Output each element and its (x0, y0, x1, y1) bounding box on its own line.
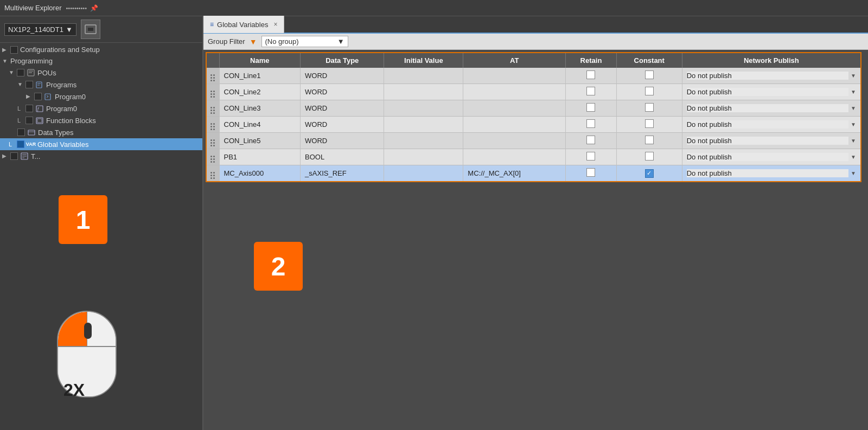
cell-initial-value[interactable] (384, 133, 463, 149)
sidebar-item-pous[interactable]: ▼ POUs (0, 67, 202, 79)
retain-checkbox[interactable] (586, 119, 595, 128)
sidebar-item-configs[interactable]: ▶ Configurations and Setup (0, 44, 202, 55)
table-row: CON_Line1 WORD Do not publish▼ (206, 68, 861, 84)
pin-icon[interactable]: 📌 (90, 4, 98, 12)
row-handle[interactable] (206, 84, 219, 100)
row-handle[interactable] (206, 165, 219, 182)
tree-checkbox[interactable] (10, 152, 18, 160)
constant-checkbox[interactable] (645, 136, 654, 144)
sidebar-item-global-variables[interactable]: L VAR Global Variables (0, 138, 202, 150)
retain-checkbox[interactable] (586, 152, 595, 161)
cell-retain[interactable] (566, 117, 617, 133)
cell-at[interactable] (463, 117, 566, 133)
publish-dropdown[interactable]: Do not publish (687, 153, 848, 161)
table-wrapper: Name Data Type Initial Value AT Retain C… (203, 50, 868, 430)
group-filter-dropdown[interactable]: (No group) ▼ (261, 36, 348, 47)
tab-global-variables[interactable]: ≡ Global Variables × (203, 16, 284, 33)
cell-constant[interactable] (616, 100, 682, 117)
mouse-buttons (58, 312, 116, 347)
tab-close-button[interactable]: × (273, 21, 277, 28)
row-handle[interactable] (206, 117, 219, 133)
cell-network-publish[interactable]: Do not publish▼ (682, 68, 861, 84)
constant-checkbox[interactable] (645, 87, 654, 95)
mouse-click-label: 2X (63, 380, 85, 400)
sidebar-item-programs[interactable]: ▼ Programs (0, 79, 202, 91)
functions-icon: ƒ (35, 104, 44, 113)
cell-name: CON_Line3 (219, 100, 301, 117)
cell-network-publish[interactable]: Do not publish▼ (682, 149, 861, 165)
tree-checkbox[interactable] (17, 140, 24, 148)
publish-dropdown[interactable]: Do not publish (687, 120, 848, 129)
cell-constant[interactable] (616, 133, 682, 149)
tree-checkbox[interactable] (34, 93, 42, 100)
row-handle[interactable] (206, 68, 219, 84)
cell-retain[interactable] (566, 100, 617, 117)
retain-checkbox[interactable] (586, 136, 595, 144)
cell-initial-value[interactable] (384, 149, 463, 165)
row-handle[interactable] (206, 100, 219, 117)
constant-checkbox[interactable] (645, 103, 654, 112)
cell-retain[interactable] (566, 149, 617, 165)
cell-at[interactable] (463, 133, 566, 149)
retain-checkbox[interactable] (586, 87, 595, 95)
cell-constant[interactable] (616, 165, 682, 182)
publish-dropdown[interactable]: Do not publish (687, 72, 848, 80)
arrow-icon: ▶ (2, 153, 9, 159)
retain-checkbox[interactable] (586, 103, 595, 112)
publish-dropdown[interactable]: Do not publish (687, 137, 848, 145)
cell-network-publish[interactable]: Do not publish▼ (682, 133, 861, 149)
cell-name: CON_Line4 (219, 117, 301, 133)
cell-constant[interactable] (616, 117, 682, 133)
tree-checkbox[interactable] (25, 117, 33, 124)
cell-at[interactable] (463, 149, 566, 165)
tree-checkbox[interactable] (25, 81, 33, 88)
constant-checkbox[interactable] (645, 169, 654, 178)
cell-initial-value[interactable] (384, 165, 463, 182)
tree-checkbox[interactable] (25, 105, 33, 112)
cell-at[interactable] (463, 84, 566, 100)
device-icon-button[interactable] (81, 20, 100, 39)
sidebar-item-programming[interactable]: ▼ Programming (0, 55, 202, 67)
sidebar-item-function-blocks[interactable]: L Function Blocks (0, 114, 202, 126)
cell-constant[interactable] (616, 84, 682, 100)
cell-at[interactable] (463, 100, 566, 117)
constant-checkbox[interactable] (645, 70, 654, 79)
retain-checkbox[interactable] (586, 70, 595, 79)
cell-network-publish[interactable]: Do not publish▼ (682, 165, 861, 182)
sidebar-item-data-types[interactable]: Data Types (0, 126, 202, 138)
cell-network-publish[interactable]: Do not publish▼ (682, 84, 861, 100)
constant-checkbox[interactable] (645, 152, 654, 161)
publish-dropdown[interactable]: Do not publish (687, 88, 848, 96)
cell-initial-value[interactable] (384, 100, 463, 117)
cell-network-publish[interactable]: Do not publish▼ (682, 117, 861, 133)
cell-constant[interactable] (616, 149, 682, 165)
cell-initial-value[interactable] (384, 84, 463, 100)
cell-retain[interactable] (566, 165, 617, 182)
sidebar-item-functions[interactable]: L ƒ Program0 (0, 102, 202, 114)
tree-checkbox[interactable] (10, 46, 18, 54)
publish-arrow-icon: ▼ (851, 73, 856, 79)
cell-initial-value[interactable] (384, 68, 463, 84)
constant-checkbox[interactable] (645, 119, 654, 128)
cell-name: CON_Line5 (219, 133, 301, 149)
tree-checkbox[interactable] (17, 69, 24, 76)
cell-network-publish[interactable]: Do not publish▼ (682, 100, 861, 117)
global-variables-icon: VAR (27, 140, 35, 149)
retain-checkbox[interactable] (586, 168, 595, 177)
cell-constant[interactable] (616, 68, 682, 84)
device-dropdown[interactable]: NX1P2_1140DT1 ▼ (4, 23, 76, 36)
tree-checkbox[interactable] (17, 129, 25, 136)
row-handle[interactable] (206, 133, 219, 149)
cell-retain[interactable] (566, 68, 617, 84)
cell-data-type: WORD (301, 117, 384, 133)
cell-initial-value[interactable] (384, 117, 463, 133)
sidebar-item-program0[interactable]: ▶ Program0 (0, 91, 202, 102)
cell-retain[interactable] (566, 84, 617, 100)
cell-at[interactable] (463, 68, 566, 84)
cell-retain[interactable] (566, 133, 617, 149)
publish-dropdown[interactable]: Do not publish (687, 104, 848, 112)
publish-dropdown[interactable]: Do not publish (687, 169, 848, 177)
sidebar-item-tasks[interactable]: ▶ T... (0, 150, 202, 162)
cell-at[interactable]: MC://_MC_AX[0] (463, 165, 566, 182)
row-handle[interactable] (206, 149, 219, 165)
